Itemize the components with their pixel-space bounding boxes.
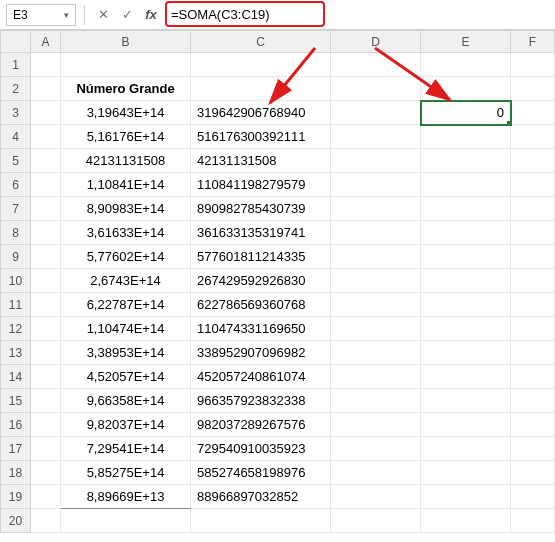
row-header[interactable]: 15: [1, 389, 31, 413]
cell[interactable]: [31, 221, 61, 245]
cell[interactable]: [421, 341, 511, 365]
row-header[interactable]: 3: [1, 101, 31, 125]
cell[interactable]: [421, 437, 511, 461]
cell[interactable]: [421, 485, 511, 509]
cell[interactable]: [61, 53, 191, 77]
cell[interactable]: [421, 149, 511, 173]
cell[interactable]: [511, 365, 555, 389]
cell[interactable]: [331, 509, 421, 533]
cell[interactable]: [331, 173, 421, 197]
cell[interactable]: [191, 77, 331, 101]
cell[interactable]: 267429592926830: [191, 269, 331, 293]
formula-input[interactable]: =SOMA(C3:C19): [165, 4, 549, 26]
cell[interactable]: 3,19643E+14: [61, 101, 191, 125]
cell[interactable]: [31, 101, 61, 125]
cell[interactable]: [511, 53, 555, 77]
cell[interactable]: [31, 197, 61, 221]
row-header[interactable]: 10: [1, 269, 31, 293]
cell[interactable]: [511, 485, 555, 509]
row-header[interactable]: 4: [1, 125, 31, 149]
cell[interactable]: [31, 365, 61, 389]
cell[interactable]: 5,77602E+14: [61, 245, 191, 269]
cell[interactable]: [331, 317, 421, 341]
cell[interactable]: [331, 461, 421, 485]
cell[interactable]: [31, 413, 61, 437]
cell[interactable]: 5,16176E+14: [61, 125, 191, 149]
cell[interactable]: [511, 245, 555, 269]
selected-cell[interactable]: 0: [421, 101, 511, 125]
col-header-B[interactable]: B: [61, 31, 191, 53]
row-header[interactable]: 18: [1, 461, 31, 485]
cell[interactable]: [331, 365, 421, 389]
row-header[interactable]: 20: [1, 509, 31, 533]
cell[interactable]: [331, 269, 421, 293]
cell[interactable]: [511, 197, 555, 221]
cell[interactable]: [331, 53, 421, 77]
row-header[interactable]: 1: [1, 53, 31, 77]
cell[interactable]: [331, 389, 421, 413]
row-header[interactable]: 14: [1, 365, 31, 389]
row-header[interactable]: 12: [1, 317, 31, 341]
cell[interactable]: [331, 221, 421, 245]
cell[interactable]: 319642906768940: [191, 101, 331, 125]
cell[interactable]: [31, 125, 61, 149]
col-header-A[interactable]: A: [31, 31, 61, 53]
row-header[interactable]: 9: [1, 245, 31, 269]
cell[interactable]: 338952907096982: [191, 341, 331, 365]
cell[interactable]: 585274658198976: [191, 461, 331, 485]
cell[interactable]: [421, 53, 511, 77]
cell[interactable]: [31, 437, 61, 461]
cell[interactable]: [421, 173, 511, 197]
cell[interactable]: [511, 173, 555, 197]
cell[interactable]: [511, 77, 555, 101]
cell[interactable]: [511, 509, 555, 533]
row-header[interactable]: 6: [1, 173, 31, 197]
cell[interactable]: [511, 221, 555, 245]
cell[interactable]: [421, 125, 511, 149]
cell[interactable]: 516176300392111: [191, 125, 331, 149]
cell[interactable]: [331, 77, 421, 101]
cell[interactable]: [31, 317, 61, 341]
cell[interactable]: [421, 365, 511, 389]
cell[interactable]: [421, 269, 511, 293]
cell[interactable]: [511, 101, 555, 125]
cell[interactable]: [331, 197, 421, 221]
cell[interactable]: [31, 53, 61, 77]
cell[interactable]: 5,85275E+14: [61, 461, 191, 485]
cell[interactable]: [31, 341, 61, 365]
cell[interactable]: 966357923832338: [191, 389, 331, 413]
cell[interactable]: [421, 197, 511, 221]
cell[interactable]: 88966897032852: [191, 485, 331, 509]
cell[interactable]: [331, 293, 421, 317]
cell[interactable]: 4,52057E+14: [61, 365, 191, 389]
col-header-D[interactable]: D: [331, 31, 421, 53]
cell[interactable]: [511, 293, 555, 317]
cell[interactable]: [511, 317, 555, 341]
cell[interactable]: [511, 389, 555, 413]
cell[interactable]: [31, 509, 61, 533]
chevron-down-icon[interactable]: ▾: [64, 10, 69, 20]
cell[interactable]: [331, 245, 421, 269]
cell[interactable]: 110841198279579: [191, 173, 331, 197]
cell[interactable]: [421, 509, 511, 533]
cell[interactable]: 452057240861074: [191, 365, 331, 389]
col-header-F[interactable]: F: [511, 31, 555, 53]
cell[interactable]: [511, 269, 555, 293]
cell[interactable]: [31, 293, 61, 317]
cell[interactable]: 1,10474E+14: [61, 317, 191, 341]
cell[interactable]: [331, 125, 421, 149]
cell[interactable]: 890982785430739: [191, 197, 331, 221]
cell[interactable]: 982037289267576: [191, 413, 331, 437]
cell[interactable]: [511, 413, 555, 437]
cell[interactable]: 7,29541E+14: [61, 437, 191, 461]
fx-icon[interactable]: fx: [141, 5, 161, 25]
cell[interactable]: [191, 509, 331, 533]
cell[interactable]: [31, 389, 61, 413]
cell[interactable]: [421, 245, 511, 269]
cell[interactable]: [61, 509, 191, 533]
cell[interactable]: 42131131508: [191, 149, 331, 173]
row-header[interactable]: 2: [1, 77, 31, 101]
cell[interactable]: [31, 77, 61, 101]
col-header-C[interactable]: C: [191, 31, 331, 53]
cell[interactable]: [421, 317, 511, 341]
